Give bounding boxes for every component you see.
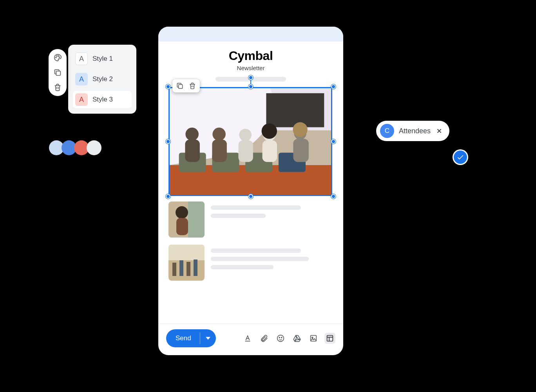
svg-point-16 xyxy=(212,128,226,141)
trash-icon[interactable] xyxy=(188,82,197,90)
style-option-2[interactable]: A Style 2 xyxy=(73,71,132,88)
selection-toolbar xyxy=(172,79,200,93)
svg-point-2 xyxy=(58,56,59,56)
svg-point-3 xyxy=(59,57,60,58)
svg-point-38 xyxy=(279,337,280,338)
send-button-label: Send xyxy=(166,329,200,347)
selection-drag-handle[interactable] xyxy=(248,75,253,80)
svg-rect-32 xyxy=(172,263,176,276)
svg-rect-8 xyxy=(266,93,324,127)
svg-rect-24 xyxy=(293,139,308,162)
svg-rect-35 xyxy=(194,260,197,276)
resize-handle-br[interactable] xyxy=(331,194,336,199)
layout-icon[interactable] xyxy=(324,333,335,344)
style-label-2: Style 2 xyxy=(92,75,113,83)
svg-point-28 xyxy=(176,206,188,219)
text-color-icon[interactable] xyxy=(242,333,253,344)
resize-handle-mr[interactable] xyxy=(331,139,336,144)
copy-icon[interactable] xyxy=(53,68,62,77)
format-toolbar xyxy=(242,333,335,344)
svg-rect-33 xyxy=(179,260,183,276)
compose-body: Cymbal Newsletter xyxy=(158,42,343,323)
svg-rect-27 xyxy=(188,201,205,238)
svg-rect-5 xyxy=(179,85,183,89)
resize-handle-tl[interactable] xyxy=(166,84,170,89)
svg-rect-36 xyxy=(245,341,250,341)
content-row-2[interactable] xyxy=(168,245,333,281)
resize-handle-bl[interactable] xyxy=(166,194,170,199)
color-palette xyxy=(49,140,101,155)
svg-rect-4 xyxy=(56,71,60,75)
compose-footer: Send xyxy=(158,323,343,355)
svg-point-1 xyxy=(56,56,57,56)
content-row-1[interactable] xyxy=(168,201,333,238)
send-button[interactable]: Send xyxy=(166,329,216,347)
thumbnail-1 xyxy=(168,201,205,238)
brand-title: Cymbal xyxy=(168,49,333,63)
svg-point-18 xyxy=(239,129,252,141)
duplicate-icon[interactable] xyxy=(176,82,184,90)
style-swatch-1: A xyxy=(75,53,88,65)
chip-remove-icon[interactable] xyxy=(435,127,443,135)
chip-avatar: C xyxy=(380,124,394,138)
resize-handle-bm[interactable] xyxy=(248,194,253,199)
compose-window: Cymbal Newsletter xyxy=(158,27,343,355)
svg-point-39 xyxy=(281,337,282,338)
svg-rect-21 xyxy=(263,140,277,162)
brand-subtitle: Newsletter xyxy=(168,65,333,71)
style-label-1: Style 1 xyxy=(92,55,113,63)
text-placeholders-2 xyxy=(211,245,333,281)
palette-icon[interactable] xyxy=(53,53,62,62)
svg-rect-17 xyxy=(212,140,226,162)
selected-image-block[interactable] xyxy=(168,87,333,196)
send-more-options[interactable] xyxy=(200,329,216,347)
svg-point-25 xyxy=(293,122,307,137)
svg-point-41 xyxy=(312,337,313,338)
svg-point-22 xyxy=(262,123,277,139)
style-swatch-3: A xyxy=(75,93,88,106)
attachment-icon[interactable] xyxy=(259,333,270,344)
style-label-3: Style 3 xyxy=(92,96,113,103)
svg-rect-15 xyxy=(185,140,199,162)
component-toolbar xyxy=(49,49,67,96)
emoji-icon[interactable] xyxy=(275,333,286,344)
resize-handle-ml[interactable] xyxy=(166,139,170,144)
hero-image[interactable] xyxy=(168,87,332,196)
style-swatch-2: A xyxy=(75,73,88,85)
resize-handle-tr[interactable] xyxy=(331,84,336,89)
svg-point-0 xyxy=(56,57,56,58)
delete-icon[interactable] xyxy=(53,83,62,92)
drive-icon[interactable] xyxy=(292,333,302,344)
svg-point-37 xyxy=(277,335,284,342)
svg-rect-31 xyxy=(168,245,205,260)
chip-label: Attendees xyxy=(399,127,431,135)
svg-rect-19 xyxy=(238,140,253,162)
text-placeholders-1 xyxy=(211,201,333,238)
image-icon[interactable] xyxy=(308,333,319,344)
svg-rect-34 xyxy=(187,262,190,276)
svg-rect-29 xyxy=(176,218,188,235)
style-option-3[interactable]: A Style 3 xyxy=(73,91,132,108)
palette-color-4[interactable] xyxy=(87,140,101,155)
svg-point-14 xyxy=(185,128,199,141)
style-option-1[interactable]: A Style 1 xyxy=(73,50,132,67)
selected-check-icon xyxy=(454,151,467,164)
recipient-chip[interactable]: C Attendees xyxy=(376,121,449,141)
thumbnail-2 xyxy=(168,245,205,281)
resize-handle-tm[interactable] xyxy=(248,84,253,89)
svg-rect-42 xyxy=(327,336,333,341)
compose-titlebar[interactable] xyxy=(158,27,343,42)
style-picker-panel: A Style 1 A Style 2 A Style 3 xyxy=(68,45,136,114)
